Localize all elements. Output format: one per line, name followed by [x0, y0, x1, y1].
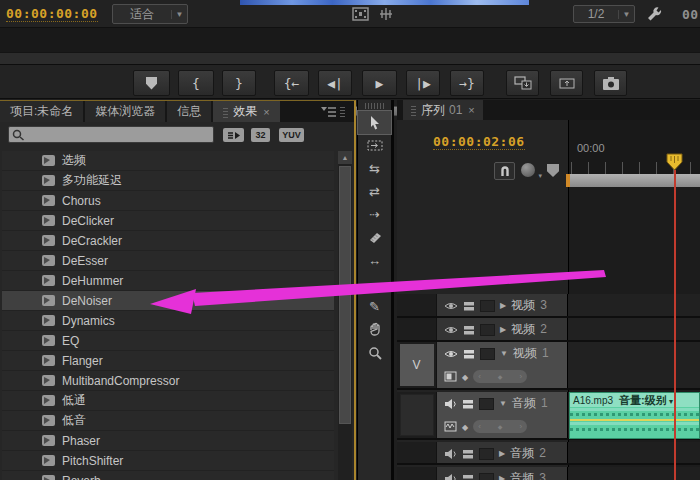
- sync-lock-toggle[interactable]: [480, 348, 495, 360]
- wrench-icon[interactable]: [645, 5, 663, 23]
- keyframe-diamond-icon[interactable]: [462, 369, 468, 383]
- effect-row[interactable]: Dynamics: [2, 311, 334, 331]
- source-patch-audio[interactable]: [400, 394, 434, 436]
- close-icon[interactable]: ×: [263, 106, 269, 118]
- export-to-tape-button[interactable]: [506, 70, 539, 96]
- tab-media-browser[interactable]: 媒体浏览器: [85, 101, 165, 122]
- yuv-badge[interactable]: YUV: [279, 128, 304, 142]
- sync-lock-toggle[interactable]: [480, 300, 495, 312]
- set-display-style-icon[interactable]: [444, 371, 457, 382]
- effect-row[interactable]: 多功能延迟: [2, 171, 334, 191]
- panel-menu-icon[interactable]: [320, 106, 336, 118]
- step-back-button[interactable]: ◀|: [318, 70, 352, 96]
- duration-timecode[interactable]: 00:: [682, 7, 700, 22]
- effect-row-denoiser[interactable]: DeNoiser: [2, 291, 334, 311]
- selection-tool[interactable]: [358, 111, 391, 134]
- effect-row[interactable]: Reverb: [2, 471, 334, 480]
- work-area-bar[interactable]: [570, 174, 700, 187]
- mini-timeline-ruler[interactable]: [0, 28, 700, 52]
- speaker-icon[interactable]: [444, 398, 457, 410]
- disclosure-triangle-icon[interactable]: [500, 349, 508, 358]
- effect-row[interactable]: Flanger: [2, 351, 334, 371]
- display-style-icon[interactable]: [462, 474, 474, 480]
- track-content[interactable]: [568, 294, 700, 316]
- step-forward-button[interactable]: |▶: [406, 70, 440, 96]
- effect-row[interactable]: Phaser: [2, 431, 334, 451]
- tab-effects[interactable]: 效果 ×: [213, 101, 279, 122]
- rolling-edit-tool[interactable]: ⇄: [358, 180, 391, 203]
- waveform-display-icon[interactable]: [444, 421, 457, 432]
- eye-icon[interactable]: [444, 301, 458, 311]
- display-style-icon[interactable]: [462, 399, 474, 409]
- scrollbar-thumb[interactable]: [339, 166, 351, 424]
- track-content[interactable]: [568, 342, 700, 388]
- source-patch-video[interactable]: V: [400, 344, 434, 386]
- zoom-level-select[interactable]: 1/2 ▼: [573, 5, 635, 23]
- playhead[interactable]: [666, 153, 683, 171]
- timeline-marker-icon[interactable]: [547, 164, 559, 177]
- slide-tool[interactable]: ⇔: [358, 272, 391, 295]
- bit32-badge[interactable]: 32: [251, 128, 270, 142]
- effect-row[interactable]: DeCrackler: [2, 231, 334, 251]
- rate-stretch-tool[interactable]: ⇢: [358, 203, 391, 226]
- effect-row[interactable]: 低通: [2, 391, 334, 411]
- audio-clip[interactable]: A16.mp3 音量:级别: [569, 392, 700, 439]
- effect-row[interactable]: DeClicker: [2, 211, 334, 231]
- disclosure-triangle-icon[interactable]: [499, 474, 505, 480]
- play-button[interactable]: ▶: [362, 70, 397, 96]
- sync-lock-toggle[interactable]: [480, 324, 495, 336]
- goto-in-button[interactable]: {←: [274, 70, 309, 96]
- track-content[interactable]: [568, 442, 700, 463]
- film-icon[interactable]: [352, 7, 369, 21]
- display-style-icon[interactable]: [462, 449, 474, 459]
- sync-lock-toggle[interactable]: [479, 448, 494, 460]
- mark-out-button[interactable]: }: [222, 70, 256, 96]
- lift-button[interactable]: [550, 70, 583, 96]
- disclosure-triangle-icon[interactable]: [499, 399, 507, 408]
- effect-row[interactable]: EQ: [2, 331, 334, 351]
- clip-volume-dropdown[interactable]: 音量:级别: [619, 393, 673, 408]
- program-timecode[interactable]: 00:00:00:00: [6, 6, 98, 22]
- effects-scrollbar[interactable]: ▲: [338, 151, 352, 480]
- pen-tool[interactable]: ✎: [358, 295, 391, 318]
- search-input[interactable]: [29, 129, 213, 141]
- horizontal-scrollbar[interactable]: [0, 52, 700, 64]
- speaker-icon[interactable]: [444, 448, 457, 460]
- track-content[interactable]: [568, 318, 700, 340]
- effects-search[interactable]: [8, 126, 214, 143]
- sync-lock-toggle[interactable]: [479, 398, 494, 410]
- sequence-timecode[interactable]: 00:00:02:06: [433, 134, 525, 150]
- marker-menu-button[interactable]: [521, 163, 535, 177]
- keyframe-nav-control[interactable]: [473, 420, 527, 433]
- keyframe-diamond-icon[interactable]: [462, 419, 468, 433]
- disclosure-triangle-icon[interactable]: [499, 449, 505, 458]
- sync-lock-toggle[interactable]: [479, 473, 494, 480]
- zoom-tool[interactable]: [358, 341, 391, 364]
- fit-select[interactable]: 适合 ▼: [112, 4, 188, 24]
- add-marker-button[interactable]: [133, 70, 170, 96]
- close-icon[interactable]: ×: [468, 104, 474, 116]
- effect-row[interactable]: MultibandCompressor: [2, 371, 334, 391]
- effect-row[interactable]: Chorus: [2, 191, 334, 211]
- tab-sequence[interactable]: 序列 01 ×: [403, 100, 483, 120]
- eye-icon[interactable]: [444, 325, 458, 335]
- volume-rubber-band[interactable]: [570, 419, 699, 421]
- effect-row[interactable]: 选频: [2, 151, 334, 171]
- eye-icon[interactable]: [444, 349, 458, 359]
- track-content[interactable]: A16.mp3 音量:级别: [568, 392, 700, 438]
- slip-tool[interactable]: ↔: [358, 249, 391, 272]
- display-style-icon[interactable]: [463, 325, 475, 335]
- ripple-edit-tool[interactable]: ⇆: [358, 157, 391, 180]
- effect-row[interactable]: 低音: [2, 411, 334, 431]
- hand-tool[interactable]: [358, 318, 391, 341]
- track-content[interactable]: [568, 467, 700, 480]
- effect-row[interactable]: DeHummer: [2, 271, 334, 291]
- mark-in-button[interactable]: {: [178, 70, 214, 96]
- effect-row[interactable]: DeEsser: [2, 251, 334, 271]
- disclosure-triangle-icon[interactable]: [500, 325, 506, 334]
- export-frame-button[interactable]: [594, 70, 627, 96]
- tab-info[interactable]: 信息: [167, 101, 211, 122]
- effect-row[interactable]: PitchShifter: [2, 451, 334, 471]
- scroll-up-icon[interactable]: ▲: [338, 151, 352, 164]
- tab-project[interactable]: 项目:未命名: [0, 101, 83, 122]
